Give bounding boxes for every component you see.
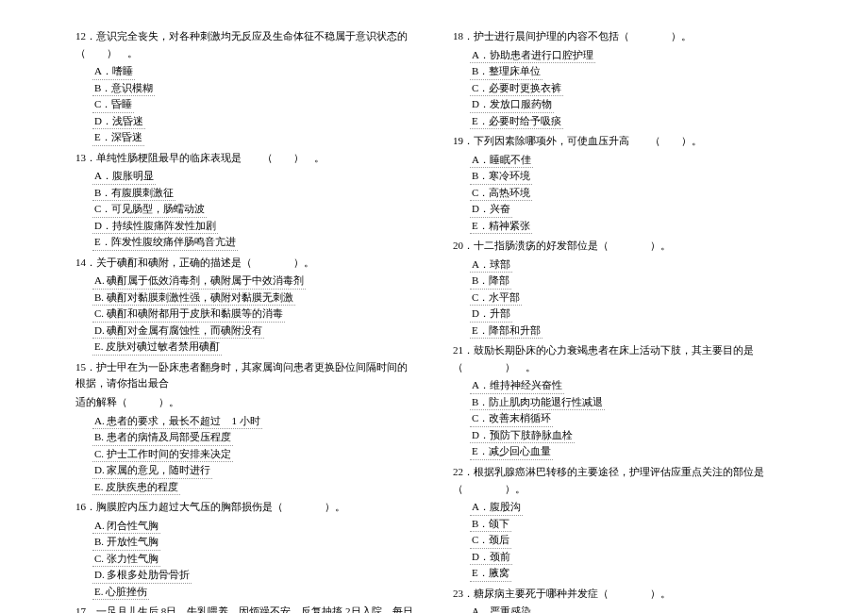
- q19-opt-d: D．兴奋: [470, 201, 512, 218]
- q16-stem: 16．胸膜腔内压力超过大气压的胸部损伤是（ ）。: [75, 499, 415, 516]
- q22-opt-d: D．颈前: [470, 549, 512, 566]
- q15-stem-2: 适的解释（ ）。: [75, 394, 415, 411]
- question-17: 17．一足月儿生后 8日，牛乳喂养，因烦躁不安、反复抽搐 2日入院。每日抽搐 1…: [75, 604, 415, 613]
- q12-stem: 12．意识完全丧失，对各种刺激均无反应及生命体征不稳属于意识状态的 （ ） 。: [75, 28, 415, 61]
- q16-opt-a: A. 闭合性气胸: [92, 518, 160, 535]
- q22-opt-a: A．腹股沟: [470, 499, 523, 516]
- q19-opt-c: C．高热环境: [470, 185, 532, 202]
- q12-opt-a: A．嗜睡: [92, 63, 135, 80]
- question-23: 23．糖尿病主要死于哪种并发症（ ）。 A．严重感染 B．血管病变 C．神经病变…: [453, 586, 793, 613]
- q16-opt-b: B. 开放性气胸: [92, 534, 160, 551]
- q15-opt-b: B. 患者的病情及局部受压程度: [92, 429, 233, 446]
- question-16: 16．胸膜腔内压力超过大气压的胸部损伤是（ ）。 A. 闭合性气胸 B. 开放性…: [75, 499, 415, 600]
- q21-opt-e: E．减少回心血量: [470, 443, 553, 460]
- q20-opt-d: D．升部: [470, 306, 512, 323]
- q20-opt-a: A．球部: [470, 257, 512, 273]
- q18-opt-c: C．必要时更换衣裤: [470, 80, 563, 97]
- q22-opt-c: C．颈后: [470, 532, 511, 549]
- q15-opt-a: A. 患者的要求，最长不超过 1 小时: [92, 413, 262, 430]
- question-13: 13．单纯性肠梗阻最早的临床表现是 （ ） 。 A．腹胀明显 B．有腹膜刺激征 …: [75, 150, 415, 251]
- q21-opt-b: B．防止肌肉功能退行性减退: [470, 394, 605, 411]
- question-22: 22．根据乳腺癌淋巴转移的主要途径，护理评估应重点关注的部位是 （ ）。 A．腹…: [453, 464, 793, 582]
- q21-opt-c: C．改善末梢循环: [470, 410, 553, 427]
- q16-opt-c: C. 张力性气胸: [92, 551, 160, 568]
- question-18: 18．护士进行晨间护理的内容不包括（ ）。 A．协助患者进行口腔护理 B．整理床…: [453, 28, 793, 129]
- q22-opt-b: B．颌下: [470, 516, 511, 533]
- q17-stem-1: 17．一足月儿生后 8日，牛乳喂养，因烦躁不安、反复抽搐 2日入院。每日抽搐 1…: [75, 604, 415, 613]
- question-20: 20．十二指肠溃疡的好发部位是（ ）。 A．球部 B．降部 C．水平部 D．升部…: [453, 238, 793, 339]
- q14-opt-c: C. 碘酊和碘附都用于皮肤和黏膜等的消毒: [92, 306, 285, 323]
- q13-opt-d: D．持续性腹痛阵发性加剧: [92, 218, 218, 235]
- q19-opt-e: E．精神紧张: [470, 218, 532, 235]
- q12-opt-c: C．昏睡: [92, 96, 134, 113]
- q13-opt-a: A．腹胀明显: [92, 168, 156, 185]
- question-21: 21．鼓励长期卧床的心力衰竭患者在床上活动下肢，其主要目的是（ ） 。 A．维持…: [453, 342, 793, 460]
- q16-opt-e: E. 心脏挫伤: [92, 584, 149, 601]
- q14-opt-b: B. 碘酊对黏膜刺激性强，碘附对黏膜无刺激: [92, 290, 295, 306]
- question-19: 19．下列因素除哪项外，可使血压升高 （ ）。 A．睡眠不佳 B．寒冷环境 C．…: [453, 133, 793, 234]
- q21-opt-a: A．维持神经兴奋性: [470, 377, 564, 394]
- q20-stem: 20．十二指肠溃疡的好发部位是（ ）。: [453, 238, 793, 255]
- exam-page: 12．意识完全丧失，对各种刺激均无反应及生命体征不稳属于意识状态的 （ ） 。 …: [0, 0, 868, 613]
- q20-opt-b: B．降部: [470, 273, 511, 290]
- q12-opt-b: B．意识模糊: [92, 80, 155, 97]
- q13-stem: 13．单纯性肠梗阻最早的临床表现是 （ ） 。: [75, 150, 415, 167]
- q23-stem: 23．糖尿病主要死于哪种并发症（ ）。: [453, 586, 793, 603]
- q23-opt-a: A．严重感染: [470, 604, 533, 613]
- q18-stem: 18．护士进行晨间护理的内容不包括（ ）。: [453, 28, 793, 45]
- q14-opt-a: A. 碘酊属于低效消毒剂，碘附属于中效消毒剂: [92, 273, 306, 290]
- q22-opt-e: E．腋窝: [470, 565, 511, 582]
- q13-opt-e: E．阵发性腹绞痛伴肠鸣音亢进: [92, 234, 238, 251]
- q12-opt-d: D．浅昏迷: [92, 113, 145, 130]
- q19-opt-b: B．寒冷环境: [470, 168, 532, 185]
- q14-opt-e: E. 皮肤对碘过敏者禁用碘酊: [92, 339, 222, 356]
- q19-stem: 19．下列因素除哪项外，可使血压升高 （ ）。: [453, 133, 793, 150]
- q20-opt-c: C．水平部: [470, 290, 522, 306]
- right-column: 18．护士进行晨间护理的内容不包括（ ）。 A．协助患者进行口腔护理 B．整理床…: [453, 28, 793, 613]
- question-14: 14．关于碘酊和碘附，正确的描述是（ ）。 A. 碘酊属于低效消毒剂，碘附属于中…: [75, 255, 415, 356]
- q16-opt-d: D. 多根多处肋骨骨折: [92, 567, 192, 584]
- q13-opt-c: C．可见肠型，肠蠕动波: [92, 201, 207, 218]
- q13-opt-b: B．有腹膜刺激征: [92, 185, 175, 202]
- q18-opt-d: D．发放口服药物: [470, 96, 554, 113]
- left-column: 12．意识完全丧失，对各种刺激均无反应及生命体征不稳属于意识状态的 （ ） 。 …: [75, 28, 415, 613]
- q15-stem-1: 15．护士甲在为一卧床患者翻身时，其家属询问患者更换卧位间隔时间的根据，请你指出…: [75, 359, 415, 392]
- q15-opt-e: E. 皮肤疾患的程度: [92, 479, 180, 496]
- question-15: 15．护士甲在为一卧床患者翻身时，其家属询问患者更换卧位间隔时间的根据，请你指出…: [75, 359, 415, 495]
- question-12: 12．意识完全丧失，对各种刺激均无反应及生命体征不稳属于意识状态的 （ ） 。 …: [75, 28, 415, 146]
- q18-opt-e: E．必要时给予吸痰: [470, 113, 563, 130]
- q21-opt-d: D．预防下肢静脉血栓: [470, 427, 575, 444]
- q21-stem: 21．鼓励长期卧床的心力衰竭患者在床上活动下肢，其主要目的是（ ） 。: [453, 342, 793, 375]
- q12-opt-e: E．深昏迷: [92, 129, 144, 146]
- q19-opt-a: A．睡眠不佳: [470, 152, 533, 169]
- q14-opt-d: D. 碘酊对金属有腐蚀性，而碘附没有: [92, 323, 264, 340]
- q15-opt-c: C. 护士工作时间的安排来决定: [92, 446, 233, 463]
- q14-stem: 14．关于碘酊和碘附，正确的描述是（ ）。: [75, 255, 415, 272]
- q20-opt-e: E．降部和升部: [470, 323, 542, 340]
- q18-opt-b: B．整理床单位: [470, 63, 542, 80]
- q22-stem: 22．根据乳腺癌淋巴转移的主要途径，护理评估应重点关注的部位是 （ ）。: [453, 464, 793, 497]
- q15-opt-d: D. 家属的意见，随时进行: [92, 462, 212, 479]
- q18-opt-a: A．协助患者进行口腔护理: [470, 47, 595, 64]
